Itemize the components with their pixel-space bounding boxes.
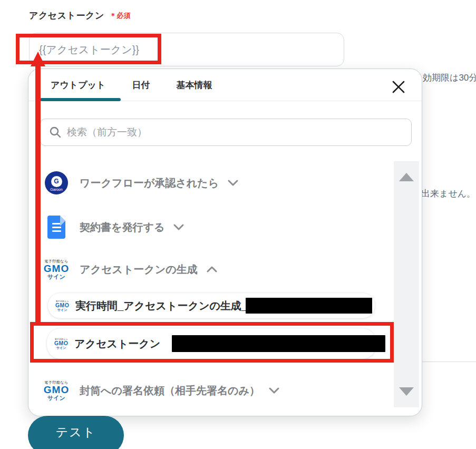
chevron-up-icon[interactable]: [206, 266, 218, 273]
chevron-down-icon[interactable]: [173, 223, 184, 231]
list-item-label: 封筒への署名依頼（相手先署名のみ）: [80, 384, 260, 398]
chevron-down-icon[interactable]: [268, 387, 280, 394]
active-tab-indicator: [40, 98, 121, 101]
scroll-up-icon[interactable]: [399, 173, 414, 181]
tab-date[interactable]: 日付: [132, 79, 150, 91]
list-item-workflow-approved[interactable]: G Garoon ワークフローが承認されたら: [40, 170, 239, 196]
list-item-label: 契約書を発行する: [80, 220, 164, 235]
close-button[interactable]: [389, 77, 408, 96]
tab-basic-info[interactable]: 基本情報: [176, 79, 212, 91]
tab-bar: アウトプット 日付 基本情報: [51, 69, 238, 101]
background-helper-text-expiry: 効期限は30分: [423, 72, 476, 84]
gmo-wordmark: GMO: [44, 263, 69, 274]
required-badge: ＊必須: [110, 12, 131, 19]
gmo-sub: サイン: [47, 274, 65, 280]
gmo-tagline: 電子印鑑なら: [44, 259, 68, 263]
gmo-sign-icon: 電子印鑑なら GMO サイン: [40, 259, 73, 280]
output-item-label: 実行時間_アクセストークンの生成_2...: [75, 299, 262, 313]
close-icon: [392, 80, 405, 94]
list-item-label: ワークフローが承認されたら: [80, 176, 219, 190]
chevron-down-icon[interactable]: [227, 179, 239, 187]
redacted-value: [246, 298, 372, 314]
garoon-name: Garoon: [50, 188, 62, 192]
test-button[interactable]: テスト: [28, 416, 124, 449]
background-helper-text-note: 出来ません。: [421, 188, 475, 200]
variable-picker-modal: アウトプット 日付 基本情報 G Garoon ワークフローが承認されたら: [28, 69, 422, 416]
modal-scrollbar[interactable]: [394, 161, 419, 407]
garoon-letter: G: [51, 176, 62, 187]
output-item-label: アクセストークン: [74, 337, 160, 351]
tab-output[interactable]: アウトプット: [51, 79, 105, 91]
list-item-generate-access-token[interactable]: 電子印鑑なら GMO サイン アクセストークンの生成: [40, 257, 218, 282]
list-item-label: アクセストークンの生成: [80, 262, 198, 277]
output-item-execution-time[interactable]: 電子印鑑なら GMO サイン 実行時間_アクセストークンの生成_2...: [48, 293, 375, 318]
list-item-envelope-signature-request[interactable]: 電子印鑑なら GMO サイン 封筒への署名依頼（相手先署名のみ）: [40, 378, 280, 403]
output-item-access-token[interactable]: 電子印鑑なら GMO サイン アクセストークン: [47, 328, 376, 359]
background-divider: [422, 362, 476, 362]
gmo-sign-icon: 電子印鑑なら GMO サイン: [40, 380, 73, 401]
field-label: アクセストークン＊必須: [29, 9, 131, 22]
modal-header: アウトプット 日付 基本情報: [28, 69, 422, 101]
search-input[interactable]: [67, 126, 403, 138]
access-token-input[interactable]: [29, 33, 344, 66]
list-item-issue-contract[interactable]: 契約書を発行する: [40, 214, 184, 240]
scroll-down-icon[interactable]: [399, 387, 414, 396]
search-box[interactable]: [40, 119, 412, 146]
search-icon: [49, 126, 62, 139]
gmo-sign-icon: 電子印鑑なら GMO サイン: [53, 296, 71, 316]
field-label-text: アクセストークン: [29, 11, 104, 21]
gmo-sign-icon: 電子印鑑なら GMO サイン: [52, 334, 70, 354]
redacted-value: [172, 335, 385, 352]
garoon-app-icon: G Garoon: [40, 171, 73, 194]
google-docs-icon: [40, 216, 73, 239]
